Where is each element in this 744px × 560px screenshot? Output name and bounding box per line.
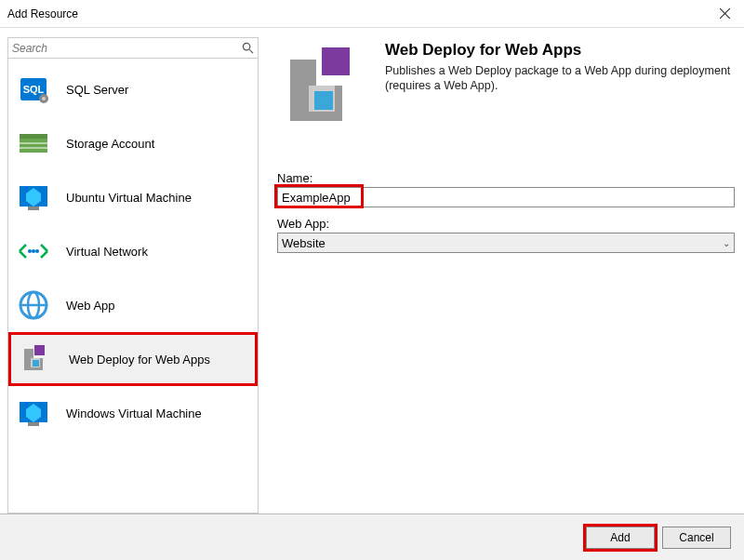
window-title: Add Resource (7, 7, 78, 20)
add-button-label: Add (610, 531, 630, 544)
sql-server-icon: SQL (16, 72, 51, 107)
storage-account-icon (16, 126, 51, 161)
resource-item-label: Web Deploy for Web Apps (69, 353, 210, 367)
webapp-label: Web App: (277, 217, 735, 231)
resource-item-virtual-network[interactable]: Virtual Network (8, 224, 258, 278)
svg-rect-27 (314, 91, 333, 110)
detail-header: Web Deploy for Web Apps Publishes a Web … (277, 41, 735, 134)
svg-rect-20 (34, 345, 45, 355)
svg-line-3 (249, 49, 253, 53)
close-icon (720, 8, 730, 19)
resource-item-web-app[interactable]: Web App (8, 278, 258, 332)
svg-rect-25 (322, 47, 350, 75)
svg-rect-24 (28, 422, 39, 426)
svg-rect-13 (28, 207, 39, 210)
resource-item-label: Web App (66, 299, 115, 313)
web-deploy-large-icon (277, 41, 370, 134)
svg-text:SQL: SQL (23, 84, 45, 95)
cancel-button-label: Cancel (679, 531, 713, 544)
detail-form: Name: Web App: Website ⌄ (277, 171, 735, 253)
detail-header-text: Web Deploy for Web Apps Publishes a Web … (385, 41, 735, 94)
resource-item-ubuntu-vm[interactable]: Ubuntu Virtual Machine (8, 170, 258, 224)
resource-item-label: Windows Virtual Machine (66, 407, 202, 420)
windows-vm-icon (16, 395, 51, 431)
resource-item-windows-vm[interactable]: Windows Virtual Machine (8, 386, 258, 440)
resource-item-label: Ubuntu Virtual Machine (66, 191, 192, 205)
svg-point-14 (28, 249, 32, 253)
svg-point-15 (32, 249, 35, 253)
titlebar: Add Resource (0, 0, 744, 28)
web-app-icon (16, 287, 51, 323)
cancel-button[interactable]: Cancel (662, 527, 731, 549)
svg-point-2 (243, 43, 249, 49)
detail-title: Web Deploy for Web Apps (385, 41, 735, 60)
svg-rect-9 (20, 134, 47, 139)
search-box[interactable] (8, 38, 258, 59)
resource-panel: SQL SQL Server Storage A (7, 37, 259, 513)
resource-item-label: SQL Server (66, 83, 128, 97)
virtual-network-icon (16, 233, 51, 269)
chevron-down-icon: ⌄ (723, 238, 730, 248)
resource-item-label: Storage Account (66, 137, 154, 151)
svg-point-7 (42, 97, 46, 100)
svg-rect-22 (33, 360, 39, 367)
detail-panel: Web Deploy for Web Apps Publishes a Web … (277, 37, 735, 513)
search-icon (242, 42, 254, 54)
name-input[interactable] (277, 187, 735, 207)
resource-item-storage-account[interactable]: Storage Account (8, 116, 258, 170)
webapp-select-value: Website (282, 236, 723, 250)
dialog-footer: Add Cancel (0, 513, 744, 560)
close-button[interactable] (705, 0, 744, 28)
resource-item-label: Virtual Network (66, 245, 148, 259)
content-area: SQL SQL Server Storage A (0, 28, 744, 513)
add-button[interactable]: Add (586, 527, 655, 549)
resource-item-web-deploy[interactable]: Web Deploy for Web Apps (8, 332, 258, 386)
detail-description: Publishes a Web Deploy package to a Web … (385, 63, 735, 94)
ubuntu-vm-icon (16, 180, 51, 215)
resource-list: SQL SQL Server Storage A (8, 59, 258, 513)
search-input[interactable] (12, 42, 242, 55)
resource-item-sql-server[interactable]: SQL SQL Server (8, 62, 258, 116)
webapp-select[interactable]: Website ⌄ (277, 233, 735, 253)
svg-point-16 (35, 249, 39, 253)
name-label: Name: (277, 171, 735, 185)
web-deploy-icon (19, 341, 54, 377)
